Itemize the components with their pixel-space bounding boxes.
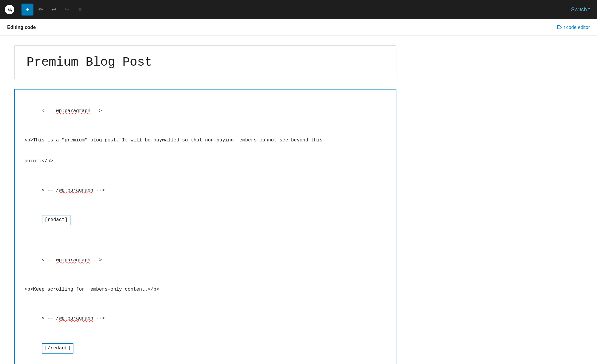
editing-code-label: Editing code <box>7 25 36 30</box>
redo-button[interactable]: ↪ <box>61 4 73 16</box>
shortcode-redact-close: [/redact] <box>42 343 73 354</box>
code-line: <p>Keep scrolling for members-only conte… <box>24 286 386 294</box>
pencil-icon: ✏ <box>39 6 43 13</box>
code-line: <!-- wp:paragraph --> <box>24 99 386 124</box>
main-content: Premium Blog Post <!-- wp:paragraph --> … <box>0 36 597 364</box>
add-block-button[interactable]: + <box>21 4 33 16</box>
undo-icon: ↩ <box>52 6 56 13</box>
undo-button[interactable]: ↩ <box>48 4 60 16</box>
redo-icon: ↪ <box>65 6 69 13</box>
switch-link[interactable]: Switch t <box>571 7 590 13</box>
code-line <box>24 275 386 283</box>
code-line: <!-- /wp:paragraph --> <box>24 306 386 331</box>
wp-logo[interactable] <box>0 0 19 19</box>
code-line: <p>This is a "premium" blog post. It wil… <box>24 136 386 144</box>
secondary-bar: Editing code Exit code editor <box>0 19 597 36</box>
title-block: Premium Blog Post <box>14 45 396 79</box>
code-line <box>24 147 386 155</box>
edit-icon-button[interactable]: ✏ <box>35 4 47 16</box>
shortcode-redact-close-line: [/redact] <box>24 333 386 364</box>
code-editor-block[interactable]: <!-- wp:paragraph --> <p>This is a "prem… <box>14 89 396 364</box>
code-line: <!-- /wp:paragraph --> <box>24 178 386 203</box>
list-view-button[interactable]: ≡ <box>74 4 86 16</box>
code-line <box>24 126 386 134</box>
shortcode-redact-line: [redact] <box>24 205 386 235</box>
code-line: <!-- wp:paragraph --> <box>24 248 386 273</box>
toolbar: + ✏ ↩ ↪ ≡ Switch t <box>0 0 597 19</box>
toolbar-right: Switch t <box>571 7 590 13</box>
list-icon: ≡ <box>79 7 82 13</box>
exit-code-editor-button[interactable]: Exit code editor <box>557 25 590 30</box>
code-line <box>24 296 386 304</box>
code-line <box>24 168 386 176</box>
code-line <box>24 238 386 246</box>
code-line: point.</p> <box>24 157 386 165</box>
toolbar-actions: + ✏ ↩ ↪ ≡ <box>19 4 86 16</box>
post-title: Premium Blog Post <box>27 55 384 70</box>
shortcode-redact: [redact] <box>42 215 71 225</box>
